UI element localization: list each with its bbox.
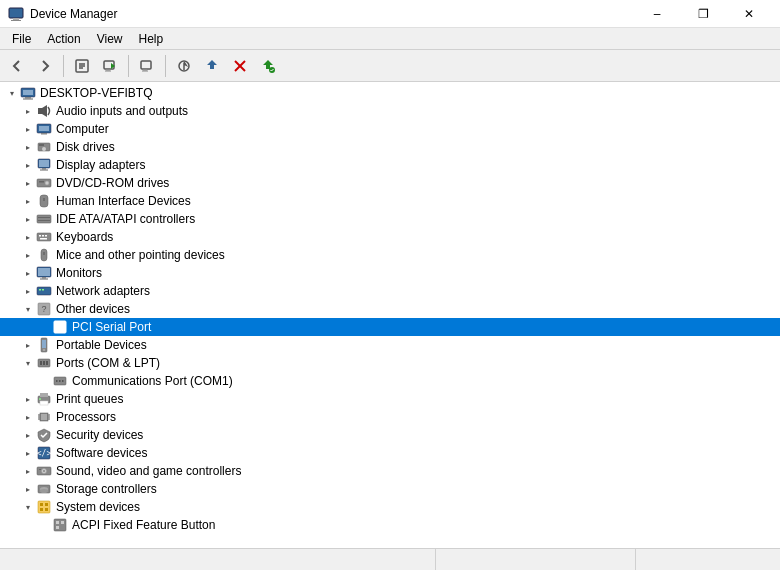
expand-icon[interactable]: [20, 481, 36, 497]
minimize-button[interactable]: –: [634, 0, 680, 28]
svg-rect-71: [40, 393, 48, 397]
tree-item[interactable]: </>Software devices: [0, 444, 780, 462]
tree-item[interactable]: Disk drives: [0, 138, 780, 156]
tree-item[interactable]: Display adapters: [0, 156, 780, 174]
update-button[interactable]: [199, 53, 225, 79]
forward-button[interactable]: [32, 53, 58, 79]
tree-item[interactable]: Ports (COM & LPT): [0, 354, 780, 372]
svg-rect-44: [45, 235, 47, 237]
svg-rect-67: [56, 380, 58, 382]
tree-item-label: Software devices: [56, 446, 147, 460]
tree-item[interactable]: !PCI Serial Port: [0, 318, 780, 336]
expand-icon[interactable]: [20, 427, 36, 443]
expand-icon[interactable]: [20, 229, 36, 245]
menu-file[interactable]: File: [4, 28, 39, 50]
sound-icon: [36, 463, 52, 479]
svg-rect-10: [141, 61, 151, 69]
expand-icon[interactable]: [20, 355, 36, 371]
network-icon: [36, 283, 52, 299]
svg-rect-92: [40, 503, 43, 506]
svg-rect-94: [40, 508, 43, 511]
expand-root[interactable]: [4, 85, 20, 101]
tree-item[interactable]: IDE ATA/ATAPI controllers: [0, 210, 780, 228]
menu-bar: File Action View Help: [0, 28, 780, 50]
system-icon: [36, 499, 52, 515]
svg-rect-45: [40, 238, 47, 240]
tree-item-label: Disk drives: [56, 140, 115, 154]
root-label: DESKTOP-VEFIBTQ: [40, 86, 152, 100]
expand-icon[interactable]: [20, 157, 36, 173]
svg-point-61: [43, 349, 45, 351]
expand-icon[interactable]: [20, 337, 36, 353]
restore-button[interactable]: ❐: [680, 0, 726, 28]
tree-item[interactable]: DVD/CD-ROM drives: [0, 174, 780, 192]
expand-icon[interactable]: [20, 301, 36, 317]
svg-text:?: ?: [41, 304, 46, 314]
tree-item[interactable]: Audio inputs and outputs: [0, 102, 780, 120]
svg-point-86: [43, 470, 45, 472]
svg-rect-18: [23, 90, 33, 95]
expand-icon[interactable]: [20, 139, 36, 155]
tree-item[interactable]: ACPI Fixed Feature Button: [0, 516, 780, 534]
expand-icon[interactable]: [20, 265, 36, 281]
close-button[interactable]: ✕: [726, 0, 772, 28]
tree-item[interactable]: Storage controllers: [0, 480, 780, 498]
expand-icon[interactable]: [20, 193, 36, 209]
expand-icon[interactable]: [20, 283, 36, 299]
security-icon: [36, 427, 52, 443]
mouse-icon: [36, 247, 52, 263]
expand-icon[interactable]: [20, 409, 36, 425]
menu-help[interactable]: Help: [131, 28, 172, 50]
back-button[interactable]: [4, 53, 30, 79]
main-area: DESKTOP-VEFIBTQ Audio inputs and outputs…: [0, 82, 780, 548]
expand-icon[interactable]: [20, 391, 36, 407]
app-icon: [8, 6, 24, 22]
svg-rect-64: [43, 361, 45, 365]
tree-item[interactable]: Processors: [0, 408, 780, 426]
expand-icon[interactable]: [20, 121, 36, 137]
tree-item[interactable]: Print queues: [0, 390, 780, 408]
tree-item[interactable]: Computer: [0, 120, 780, 138]
root-node[interactable]: DESKTOP-VEFIBTQ: [0, 84, 780, 102]
tree-item[interactable]: Sound, video and game controllers: [0, 462, 780, 480]
tree-item[interactable]: System devices: [0, 498, 780, 516]
svg-rect-31: [42, 168, 46, 170]
show-all-button[interactable]: [134, 53, 160, 79]
svg-rect-95: [45, 508, 48, 511]
svg-rect-43: [42, 235, 44, 237]
menu-action[interactable]: Action: [39, 28, 88, 50]
svg-point-90: [40, 489, 48, 493]
tree-item[interactable]: Human Interface Devices: [0, 192, 780, 210]
expand-icon[interactable]: [20, 175, 36, 191]
disk-icon: [36, 139, 52, 155]
tree-item-label: Monitors: [56, 266, 102, 280]
software-icon: </>: [36, 445, 52, 461]
tree-item[interactable]: ?Other devices: [0, 300, 780, 318]
update-driver-button[interactable]: [97, 53, 123, 79]
expand-icon[interactable]: [20, 463, 36, 479]
tree-item[interactable]: Monitors: [0, 264, 780, 282]
expand-icon[interactable]: [20, 103, 36, 119]
menu-view[interactable]: View: [89, 28, 131, 50]
tree-item-label: Security devices: [56, 428, 143, 442]
svg-rect-25: [41, 133, 47, 135]
expand-icon[interactable]: [20, 247, 36, 263]
svg-rect-11: [143, 69, 147, 71]
tree-item[interactable]: Keyboards: [0, 228, 780, 246]
tree-item[interactable]: Portable Devices: [0, 336, 780, 354]
tree-item[interactable]: Mice and other pointing devices: [0, 246, 780, 264]
scan-button[interactable]: [171, 53, 197, 79]
expand-icon[interactable]: [20, 445, 36, 461]
status-pane-3: [636, 549, 776, 570]
enable-button[interactable]: [255, 53, 281, 79]
tree-item[interactable]: Security devices: [0, 426, 780, 444]
remove-button[interactable]: [227, 53, 253, 79]
properties-button[interactable]: [69, 53, 95, 79]
tree-item-label: Keyboards: [56, 230, 113, 244]
expand-icon[interactable]: [20, 499, 36, 515]
tree-item[interactable]: Communications Port (COM1): [0, 372, 780, 390]
expand-icon[interactable]: [20, 211, 36, 227]
tree-item[interactable]: Network adapters: [0, 282, 780, 300]
monitor-icon: [36, 265, 52, 281]
device-tree[interactable]: DESKTOP-VEFIBTQ Audio inputs and outputs…: [0, 82, 780, 548]
